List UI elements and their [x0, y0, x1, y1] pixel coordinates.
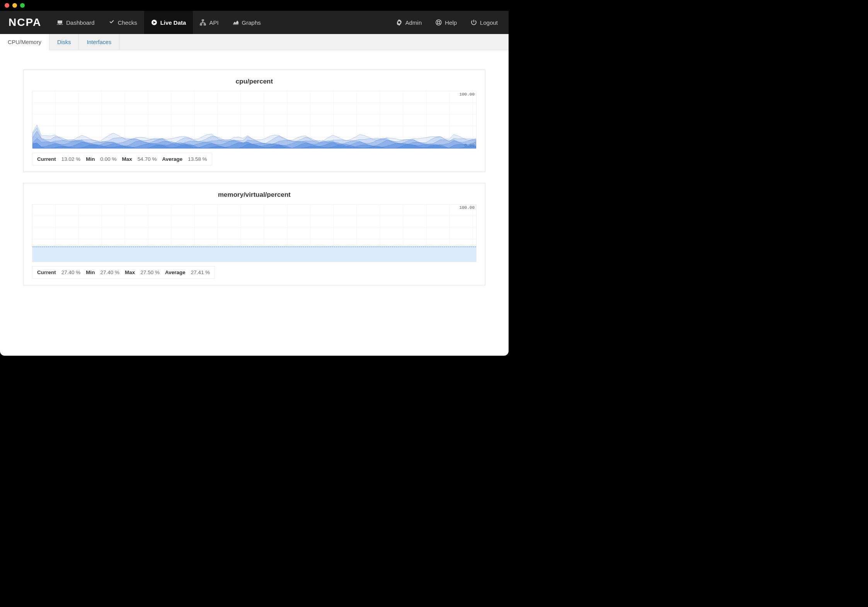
stats-row: Current 13.02 % Min 0.00 % Max 54.70 % A…	[32, 153, 212, 165]
chart-cpu: 100.00 0.00	[32, 91, 477, 149]
power-icon	[471, 19, 477, 26]
chart-svg	[32, 91, 476, 148]
subtab-disks[interactable]: Disks	[49, 34, 79, 50]
window-zoom-button[interactable]	[20, 3, 25, 8]
stat-min-label: Min	[86, 156, 95, 162]
check-icon	[109, 19, 115, 26]
area-chart-icon	[233, 19, 239, 26]
chart-line	[32, 247, 476, 247]
stat-current-label: Current	[37, 156, 56, 162]
window-close-button[interactable]	[5, 3, 9, 8]
stat-max-value: 27.50 %	[140, 269, 160, 275]
main-navbar: NCPA Dashboard Checks Live Data API Grap…	[0, 11, 509, 34]
nav-label: Admin	[405, 19, 422, 26]
sitemap-icon	[200, 19, 206, 26]
subtab-interfaces[interactable]: Interfaces	[79, 34, 119, 50]
panel-title: memory/virtual/percent	[32, 191, 477, 199]
nav-left-group: Dashboard Checks Live Data API Graphs	[50, 11, 268, 34]
y-axis-max: 100.00	[459, 205, 475, 210]
stat-max-label: Max	[125, 269, 135, 275]
nav-api[interactable]: API	[193, 11, 225, 34]
nav-label: Help	[445, 19, 457, 26]
subtab-cpu-memory[interactable]: CPU/Memory	[0, 34, 49, 50]
nav-label: Logout	[480, 19, 498, 26]
sub-tabs: CPU/Memory Disks Interfaces	[0, 34, 509, 50]
stat-max-value: 54.70 %	[138, 156, 157, 162]
life-ring-icon	[436, 19, 442, 26]
nav-label: Checks	[118, 19, 137, 26]
stat-min-label: Min	[86, 269, 95, 275]
window-titlebar	[0, 0, 509, 11]
play-circle-icon	[151, 19, 157, 26]
stat-current-value: 13.02 %	[61, 156, 81, 162]
stat-current-value: 27.40 %	[61, 269, 81, 275]
stat-current-label: Current	[37, 269, 56, 275]
stat-avg-value: 13.58 %	[188, 156, 207, 162]
stat-min-value: 0.00 %	[100, 156, 117, 162]
nav-label: Dashboard	[66, 19, 94, 26]
nav-graphs[interactable]: Graphs	[226, 11, 268, 34]
nav-help[interactable]: Help	[429, 11, 464, 34]
stat-min-value: 27.40 %	[100, 269, 120, 275]
nav-admin[interactable]: Admin	[389, 11, 429, 34]
nav-logout[interactable]: Logout	[464, 11, 505, 34]
chart-memory: 100.00 0.00	[32, 204, 477, 262]
nav-right-group: Admin Help Logout	[389, 11, 509, 34]
nav-label: Live Data	[160, 19, 186, 26]
chart-fill	[32, 246, 476, 262]
nav-label: API	[209, 19, 218, 26]
window-minimize-button[interactable]	[12, 3, 17, 8]
nav-dashboard[interactable]: Dashboard	[50, 11, 101, 34]
panel-cpu-percent: cpu/percent 100.00 0.00 Current 13.02 % …	[23, 70, 485, 172]
stat-avg-label: Average	[165, 269, 186, 275]
content-area: cpu/percent 100.00 0.00 Current 13.02 % …	[0, 50, 509, 356]
panel-memory-virtual-percent: memory/virtual/percent 100.00 0.00 Curre…	[23, 183, 485, 285]
nav-checks[interactable]: Checks	[102, 11, 144, 34]
panel-title: cpu/percent	[32, 78, 477, 85]
nav-live-data[interactable]: Live Data	[144, 11, 193, 34]
stat-avg-label: Average	[162, 156, 182, 162]
stat-max-label: Max	[122, 156, 132, 162]
monitor-icon	[57, 19, 63, 26]
gear-icon	[396, 19, 402, 26]
brand-logo: NCPA	[0, 11, 50, 34]
nav-label: Graphs	[242, 19, 261, 26]
stats-row: Current 27.40 % Min 27.40 % Max 27.50 % …	[32, 266, 215, 279]
stat-avg-value: 27.41 %	[191, 269, 210, 275]
